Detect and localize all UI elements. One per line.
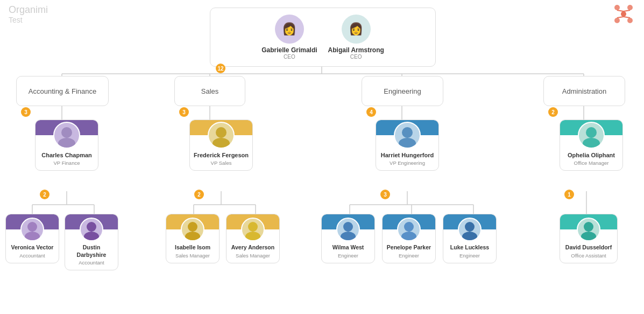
luke-luckless-card[interactable]: Luke Luckless Engineer: [443, 214, 497, 263]
dept-administration-label: Administration: [562, 87, 606, 95]
dept-engineering[interactable]: Engineering: [362, 76, 443, 106]
wilma-name: Wilma West: [330, 244, 366, 252]
abigail-title: CEO: [350, 54, 362, 60]
logo: Organimi Test: [9, 4, 48, 24]
abigail-armstrong-card[interactable]: 👩 Abigail Armstrong CEO: [328, 15, 384, 60]
david-dusseldorf-card[interactable]: David Dusseldorf Office Assistant: [560, 214, 618, 263]
abigail-name: Abigail Armstrong: [328, 46, 384, 54]
wilma-west-card[interactable]: Wilma West Engineer: [321, 214, 375, 263]
dept-accounting[interactable]: Accounting & Finance: [16, 76, 109, 106]
logo-test: Test: [9, 16, 48, 24]
charles-chapman-card[interactable]: Charles Chapman VP Finance: [35, 120, 98, 171]
harriet-badge: 3: [380, 190, 390, 199]
charles-name: Charles Chapman: [39, 151, 94, 159]
svg-point-54: [462, 232, 477, 240]
network-icon: [611, 3, 636, 27]
penelope-name: Penelope Parker: [385, 244, 433, 252]
svg-point-43: [87, 222, 96, 232]
harriet-title: VP Engineering: [387, 160, 427, 166]
luke-title: Engineer: [457, 253, 482, 259]
svg-point-56: [581, 232, 596, 240]
isabelle-isom-card[interactable]: Isabelle Isom Sales Manager: [166, 214, 220, 263]
penelope-title: Engineer: [397, 253, 421, 259]
avery-anderson-card[interactable]: Avery Anderson Sales Manager: [226, 214, 280, 263]
svg-point-1: [627, 5, 633, 10]
charles-title: VP Finance: [52, 160, 82, 166]
svg-point-48: [245, 232, 260, 240]
svg-point-39: [586, 127, 597, 138]
svg-point-34: [58, 138, 75, 148]
svg-point-38: [399, 138, 416, 148]
ophelia-badge: 1: [564, 190, 574, 199]
ophelia-title: Office Manager: [572, 160, 611, 166]
dept-sales-badge: 3: [179, 107, 189, 117]
svg-point-41: [27, 222, 37, 232]
gabrielle-title: CEO: [284, 54, 295, 60]
isabelle-title: Sales Manager: [173, 253, 212, 259]
svg-point-40: [583, 138, 600, 148]
frederick-fergeson-card[interactable]: Frederick Fergeson VP Sales: [189, 120, 253, 171]
svg-point-47: [248, 222, 258, 232]
frederick-badge: 2: [194, 190, 204, 199]
svg-point-2: [621, 11, 626, 17]
logo-organimi: Organimi: [9, 4, 48, 16]
david-title: Office Assistant: [569, 253, 608, 259]
svg-line-7: [617, 17, 624, 18]
svg-point-36: [213, 138, 230, 148]
wilma-title: Engineer: [336, 253, 360, 259]
gabrielle-name: Gabrielle Grimaldi: [261, 46, 317, 54]
svg-point-35: [216, 127, 227, 138]
ophelia-name: Ophelia Oliphant: [565, 151, 617, 159]
svg-point-53: [465, 222, 475, 232]
svg-point-46: [185, 232, 200, 240]
svg-point-51: [404, 222, 414, 232]
ophelia-oliphant-card[interactable]: Ophelia Oliphant Office Manager: [560, 120, 623, 171]
svg-point-50: [341, 232, 356, 240]
frederick-title: VP Sales: [209, 160, 234, 166]
svg-point-37: [402, 127, 413, 138]
dept-engineering-badge: 4: [366, 107, 376, 117]
dustin-title: Accountant: [76, 260, 107, 266]
harriet-name: Harriet Hungerford: [379, 151, 436, 159]
svg-point-45: [188, 222, 197, 232]
veronica-title: Accountant: [17, 253, 47, 259]
svg-point-0: [614, 5, 620, 10]
veronica-vector-card[interactable]: Veronica Vector Accountant: [5, 214, 59, 263]
penelope-parker-card[interactable]: Penelope Parker Engineer: [382, 214, 436, 263]
gabrielle-grimaldi-card[interactable]: 👩 Gabrielle Grimaldi CEO: [261, 15, 317, 60]
svg-point-52: [401, 232, 416, 240]
svg-point-44: [84, 232, 99, 240]
svg-point-33: [61, 127, 72, 138]
dustin-name: Dustin Darbyshire: [65, 244, 118, 259]
frederick-name: Frederick Fergeson: [192, 151, 251, 159]
svg-point-3: [614, 18, 620, 23]
top-ceo-group: 👩 Gabrielle Grimaldi CEO 👩 Abigail Armst…: [210, 8, 436, 67]
svg-line-5: [617, 10, 624, 11]
harriet-hungerford-card[interactable]: Harriet Hungerford VP Engineering: [376, 120, 439, 171]
svg-point-4: [627, 18, 633, 23]
svg-point-49: [343, 222, 353, 232]
charles-badge: 2: [40, 190, 49, 199]
svg-point-55: [584, 222, 593, 232]
dept-administration-badge: 2: [548, 107, 558, 117]
isabelle-name: Isabelle Isom: [173, 244, 213, 252]
dept-accounting-badge: 3: [21, 107, 31, 117]
david-name: David Dusseldorf: [563, 244, 614, 252]
veronica-name: Veronica Vector: [9, 244, 56, 252]
top-badge: 12: [216, 64, 225, 73]
dept-sales-label: Sales: [201, 87, 219, 95]
dustin-darbyshire-card[interactable]: Dustin Darbyshire Accountant: [65, 214, 118, 270]
luke-name: Luke Luckless: [448, 244, 491, 252]
avery-title: Sales Manager: [233, 253, 272, 259]
avery-name: Avery Anderson: [229, 244, 277, 252]
svg-line-8: [624, 17, 630, 18]
svg-line-6: [624, 10, 630, 11]
dept-administration[interactable]: Administration: [543, 76, 625, 106]
org-chart: Organimi Test: [0, 0, 644, 314]
dept-accounting-label: Accounting & Finance: [29, 87, 96, 95]
dept-sales[interactable]: Sales: [174, 76, 245, 106]
svg-point-42: [25, 232, 40, 240]
dept-engineering-label: Engineering: [384, 87, 421, 95]
